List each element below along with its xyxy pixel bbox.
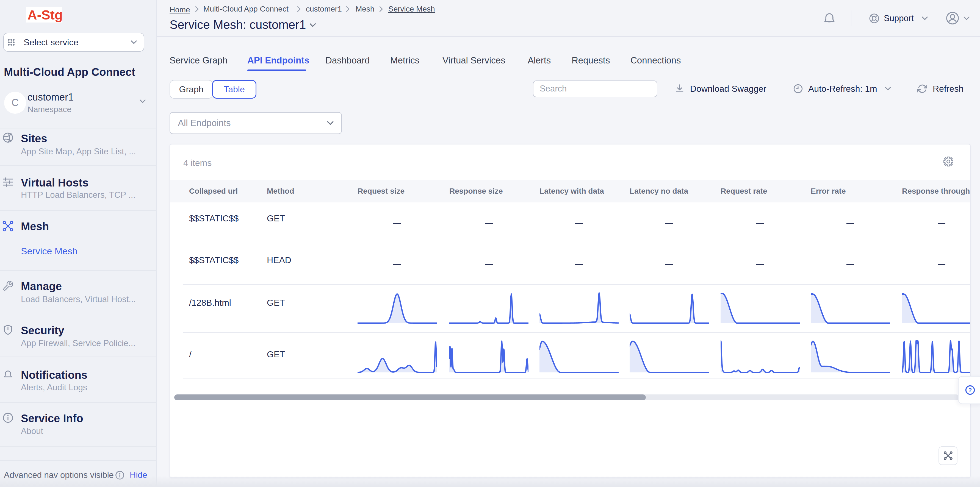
svg-text:?: ? [969, 387, 972, 393]
